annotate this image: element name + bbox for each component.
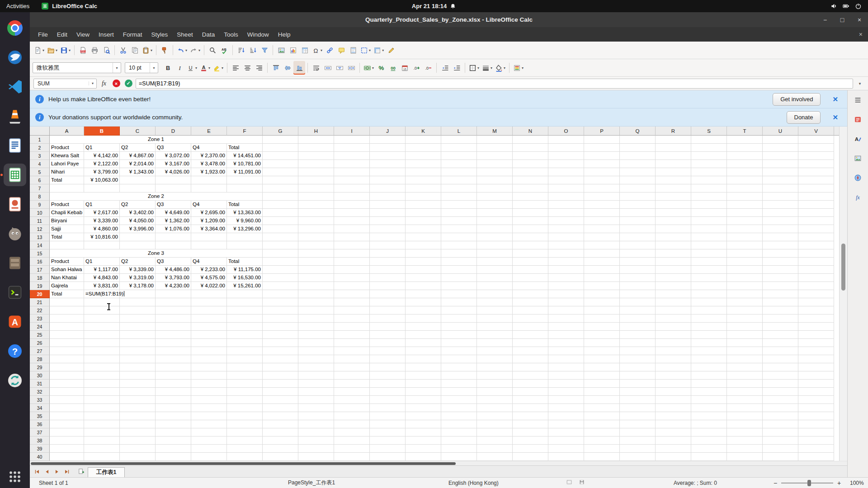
cell[interactable] <box>763 388 798 396</box>
row-header-8[interactable]: 8 <box>30 192 50 201</box>
cell[interactable] <box>798 184 834 192</box>
cell[interactable] <box>227 404 263 412</box>
cell[interactable] <box>334 192 370 201</box>
cell[interactable] <box>513 225 548 233</box>
cell[interactable] <box>263 388 298 396</box>
cell[interactable] <box>298 249 334 258</box>
cell[interactable] <box>370 323 406 331</box>
cell[interactable] <box>227 331 263 339</box>
cell[interactable] <box>584 314 620 323</box>
document-modified-icon[interactable] <box>579 479 585 487</box>
cell[interactable] <box>620 258 656 266</box>
column-header-M[interactable]: M <box>477 127 513 136</box>
cell[interactable] <box>727 168 763 176</box>
close-button[interactable]: × <box>855 16 863 23</box>
cell[interactable]: Sohan Halwa <box>50 266 84 274</box>
cell[interactable]: ¥ 4,142.00 <box>84 152 120 160</box>
cell[interactable] <box>298 347 334 355</box>
cell[interactable] <box>477 404 513 412</box>
cell[interactable] <box>406 274 441 282</box>
cell[interactable] <box>406 453 441 461</box>
cell[interactable] <box>691 233 727 241</box>
row-header-29[interactable]: 29 <box>30 363 50 371</box>
cell[interactable] <box>191 388 227 396</box>
cell[interactable] <box>727 176 763 184</box>
cell[interactable] <box>477 388 513 396</box>
cell[interactable] <box>798 412 834 420</box>
accept-formula-button[interactable]: ✓ <box>123 79 133 89</box>
styles-deck-button[interactable]: A <box>852 132 864 145</box>
cell[interactable] <box>263 249 298 258</box>
cell[interactable] <box>334 241 370 249</box>
cell[interactable] <box>513 420 548 428</box>
cell[interactable] <box>191 363 227 371</box>
cell[interactable] <box>620 412 656 420</box>
cell[interactable] <box>441 380 477 388</box>
cell[interactable] <box>513 290 548 298</box>
dropdown-arrow-icon[interactable]: ▾ <box>477 66 479 70</box>
cell[interactable] <box>298 420 334 428</box>
dropdown-arrow-icon[interactable]: ▾ <box>491 66 492 70</box>
formula-input[interactable] <box>136 79 853 89</box>
row-header-12[interactable]: 12 <box>30 225 50 233</box>
cell[interactable]: ¥ 3,167.00 <box>156 160 191 168</box>
column-header-N[interactable]: N <box>513 127 548 136</box>
cell[interactable]: ¥ 14,451.00 <box>227 152 263 160</box>
cell[interactable] <box>406 144 441 152</box>
cell[interactable] <box>727 306 763 314</box>
cell[interactable]: ¥ 3,478.00 <box>191 160 227 168</box>
cell[interactable] <box>477 396 513 404</box>
cell[interactable] <box>441 136 477 144</box>
cell[interactable] <box>798 144 834 152</box>
cell[interactable] <box>477 241 513 249</box>
cell[interactable] <box>727 339 763 347</box>
cell[interactable] <box>798 355 834 363</box>
cell[interactable] <box>656 339 691 347</box>
cell[interactable] <box>191 331 227 339</box>
close-infobar-icon[interactable]: ✕ <box>832 113 838 122</box>
cell[interactable] <box>691 412 727 420</box>
cell[interactable] <box>120 380 156 388</box>
cell[interactable] <box>227 355 263 363</box>
cell[interactable] <box>763 258 798 266</box>
row-header-35[interactable]: 35 <box>30 412 50 420</box>
maximize-button[interactable]: □ <box>838 16 846 23</box>
cell[interactable] <box>691 388 727 396</box>
highlight-color-button[interactable]: ▾ <box>212 61 225 75</box>
menu-sheet[interactable]: Sheet <box>172 29 197 40</box>
menu-edit[interactable]: Edit <box>52 29 72 40</box>
cell[interactable] <box>370 420 406 428</box>
cell[interactable] <box>477 323 513 331</box>
cell[interactable] <box>763 314 798 323</box>
cell[interactable] <box>120 428 156 436</box>
cell[interactable] <box>548 339 584 347</box>
cell[interactable] <box>763 168 798 176</box>
cell[interactable] <box>656 233 691 241</box>
dropdown-arrow-icon[interactable]: ▾ <box>504 66 505 70</box>
cell[interactable]: Q1 <box>84 144 120 152</box>
cell[interactable] <box>513 282 548 290</box>
column-header-R[interactable]: R <box>656 127 691 136</box>
dropdown-arrow-icon[interactable]: ▾ <box>208 66 210 70</box>
cell[interactable] <box>548 282 584 290</box>
cell[interactable] <box>691 314 727 323</box>
cell[interactable] <box>691 396 727 404</box>
unmerge-cells-button[interactable] <box>345 61 357 75</box>
cell[interactable] <box>798 176 834 184</box>
cell[interactable] <box>84 298 120 306</box>
cell[interactable] <box>156 420 191 428</box>
column-header-Q[interactable]: Q <box>620 127 656 136</box>
cell[interactable] <box>798 420 834 428</box>
cell[interactable] <box>691 428 727 436</box>
cell[interactable] <box>406 412 441 420</box>
cell[interactable] <box>798 388 834 396</box>
cell[interactable] <box>298 144 334 152</box>
cell[interactable] <box>84 412 120 420</box>
cell[interactable] <box>334 168 370 176</box>
cell[interactable]: ¥ 4,486.00 <box>156 266 191 274</box>
cell[interactable] <box>441 160 477 168</box>
cell[interactable] <box>691 355 727 363</box>
cell[interactable] <box>298 152 334 160</box>
cell[interactable] <box>477 339 513 347</box>
cell[interactable] <box>798 428 834 436</box>
